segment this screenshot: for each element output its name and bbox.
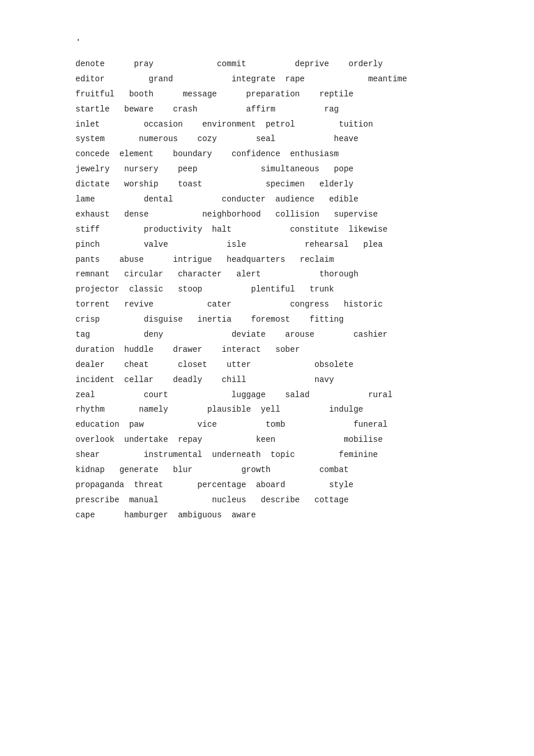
word-item: stoop xyxy=(178,282,202,297)
word-item: audience xyxy=(276,192,315,207)
word-line: zeal court luggage salad rural xyxy=(75,388,459,403)
word-line: pants abuse intrigue headquarters reclai… xyxy=(75,253,459,268)
word-item: booth xyxy=(129,87,153,102)
word-item: thorough xyxy=(319,267,358,282)
word-item: remnant xyxy=(75,267,110,282)
word-spacer xyxy=(315,327,353,343)
word-spacer xyxy=(246,478,256,493)
word-item: education xyxy=(75,417,120,433)
word-line: torrent revive cater congress historic xyxy=(75,297,459,312)
word-item: feminine xyxy=(339,448,378,463)
word-item: cottage xyxy=(315,493,349,508)
word-spacer xyxy=(246,237,305,253)
word-spacer xyxy=(202,222,212,237)
word-spacer xyxy=(120,417,129,433)
word-item: undertake xyxy=(124,433,168,448)
word-item: fitting xyxy=(309,312,344,327)
word-item: worship xyxy=(124,177,158,192)
word-item: vice xyxy=(197,417,217,433)
word-spacer xyxy=(114,433,124,448)
word-item: combat xyxy=(319,463,348,478)
word-spacer xyxy=(168,237,227,253)
word-item: supervise xyxy=(334,207,378,222)
word-spacer xyxy=(295,448,339,463)
word-spacer xyxy=(95,388,144,403)
word-spacer xyxy=(144,253,173,268)
word-line: lame dental conducter audience edible xyxy=(75,192,459,207)
word-spacer xyxy=(149,207,202,222)
word-item: sober xyxy=(276,343,300,358)
word-line: education paw vice tomb funeral xyxy=(75,417,459,433)
word-item: environment xyxy=(202,117,255,132)
word-spacer xyxy=(110,147,120,162)
word-item: affirm xyxy=(246,102,275,117)
word-item: overlook xyxy=(75,433,114,448)
word-spacer xyxy=(173,192,222,207)
word-item: disguise xyxy=(144,312,183,327)
word-line: propaganda threat percentage aboard styl… xyxy=(75,478,459,493)
word-item: crisp xyxy=(75,312,100,327)
word-spacer xyxy=(202,373,222,388)
word-item: cape xyxy=(75,508,95,523)
word-line: remnant circular character alert thoroug… xyxy=(75,267,459,282)
word-item: aboard xyxy=(256,478,285,493)
word-spacer xyxy=(144,417,197,433)
word-item: tomb xyxy=(266,417,286,433)
word-spacer xyxy=(153,147,173,162)
word-spacer xyxy=(149,358,178,373)
word-item: rag xyxy=(324,102,339,117)
word-item: foremost xyxy=(251,312,290,327)
bullet-point: · xyxy=(75,35,459,45)
word-item: utter xyxy=(227,358,251,373)
word-spacer xyxy=(104,132,139,147)
word-spacer xyxy=(266,388,286,403)
word-spacer xyxy=(110,162,124,177)
word-spacer xyxy=(212,253,226,268)
word-spacer xyxy=(100,312,144,327)
word-spacer xyxy=(183,312,197,327)
word-item: orderly xyxy=(349,57,383,72)
word-line: dealer cheat closet utter obsolete xyxy=(75,358,459,373)
word-spacer xyxy=(173,72,232,87)
word-spacer xyxy=(232,312,251,327)
word-item: productivity xyxy=(144,222,203,237)
word-line: pinch valve isle rehearsal plea xyxy=(75,237,459,253)
word-spacer xyxy=(212,147,232,162)
word-spacer xyxy=(217,417,266,433)
word-item: salad xyxy=(285,388,309,403)
word-item: rehearsal xyxy=(305,237,349,253)
word-spacer xyxy=(153,373,173,388)
word-spacer xyxy=(168,508,178,523)
word-spacer xyxy=(202,448,212,463)
word-spacer xyxy=(153,87,182,102)
word-item: style xyxy=(329,478,353,493)
word-item: fruitful xyxy=(75,87,114,102)
word-item: character xyxy=(178,267,222,282)
word-spacer xyxy=(305,72,368,87)
word-item: rape xyxy=(285,72,305,87)
word-spacer xyxy=(300,493,315,508)
word-spacer xyxy=(168,402,207,417)
word-item: chill xyxy=(222,373,246,388)
word-spacer xyxy=(295,282,309,297)
word-item: classic xyxy=(129,282,163,297)
word-item: valve xyxy=(144,237,168,253)
word-spacer xyxy=(276,433,344,448)
word-item: element xyxy=(120,147,154,162)
word-item: seal xyxy=(256,132,276,147)
word-spacer xyxy=(246,57,295,72)
word-spacer xyxy=(110,102,124,117)
word-item: inlet xyxy=(75,117,100,132)
word-spacer xyxy=(261,207,275,222)
word-item: plea xyxy=(363,237,383,253)
word-spacer xyxy=(110,297,124,312)
word-spacer xyxy=(110,207,124,222)
word-spacer xyxy=(285,478,329,493)
word-spacer xyxy=(217,132,256,147)
word-spacer xyxy=(104,463,119,478)
word-item: deprive xyxy=(295,57,329,72)
word-item: tag xyxy=(75,327,90,343)
word-item: paw xyxy=(129,417,143,433)
word-spacer xyxy=(232,222,290,237)
word-spacer xyxy=(100,117,144,132)
